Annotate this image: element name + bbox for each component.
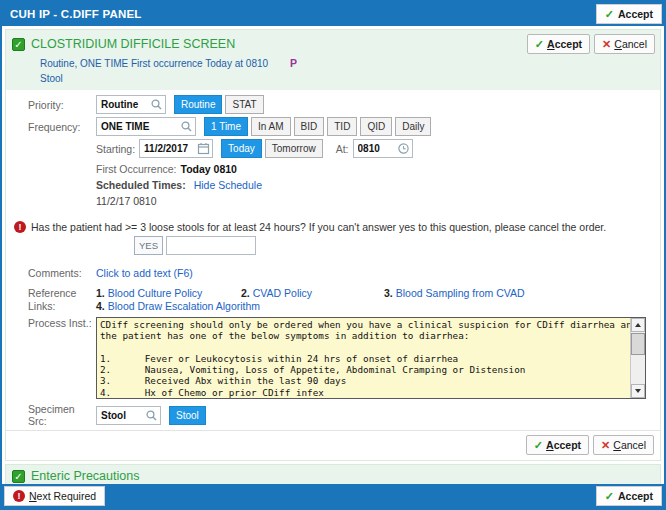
- pharmacy-flag: P: [290, 57, 297, 69]
- order-footer-accept-button[interactable]: ✓ Accept: [526, 435, 589, 455]
- order-accept-button[interactable]: ✓ Accept: [527, 34, 590, 54]
- starting-label: Starting:: [96, 143, 135, 155]
- reference-link-1[interactable]: 1.Blood Culture Policy: [96, 287, 241, 300]
- order-summary-text: Routine, ONE TIME First occurrence Today…: [40, 58, 268, 69]
- starting-option-today[interactable]: Today: [221, 139, 262, 158]
- reference-links-label: Reference Links:: [28, 287, 96, 313]
- schedule-value: 11/2/17 0810: [96, 195, 157, 207]
- priority-input[interactable]: [101, 99, 148, 110]
- reference-link-3[interactable]: 3.Blood Sampling from CVAD: [384, 287, 660, 300]
- reference-link-3-num: 3.: [384, 287, 393, 299]
- frequency-input[interactable]: [101, 121, 178, 132]
- frequency-input-wrap: [96, 117, 196, 136]
- cancel-x-icon: ✕: [602, 38, 611, 51]
- reference-link-4[interactable]: 4.Blood Draw Escalation Algorithm: [96, 300, 260, 313]
- reference-link-2-text[interactable]: CVAD Policy: [253, 287, 312, 299]
- priority-label: Priority:: [28, 99, 96, 111]
- schedule-value-row: 11/2/17 0810: [96, 193, 660, 208]
- warning-mark: !: [18, 491, 21, 501]
- reference-link-1-num: 1.: [96, 287, 105, 299]
- calendar-icon[interactable]: [197, 142, 210, 155]
- reference-link-1-text[interactable]: Blood Culture Policy: [108, 287, 203, 299]
- enteric-title: Enteric Precautions: [31, 469, 654, 483]
- add-comment-link[interactable]: Click to add text (F6): [96, 267, 193, 279]
- titlebar-accept-button[interactable]: ✓ Accept: [596, 4, 662, 24]
- bottombar-accept-button[interactable]: ✓ Accept: [596, 486, 662, 506]
- search-icon[interactable]: [150, 98, 163, 111]
- content-area: ✓ CLOSTRIDIUM DIFFICILE SCREEN ✓ Accept …: [2, 26, 664, 484]
- order-form: Priority: Routine STAT Frequency:: [6, 90, 660, 427]
- window-title: CUH IP - C.DIFF PANEL: [10, 8, 596, 20]
- order-checkbox[interactable]: ✓: [12, 38, 25, 51]
- frequency-option-tid[interactable]: TID: [327, 117, 357, 136]
- specimen-src-input[interactable]: [101, 410, 143, 421]
- bottombar: ! Next Required ✓ Accept: [2, 484, 664, 508]
- titlebar: CUH IP - C.DIFF PANEL ✓ Accept: [2, 2, 664, 26]
- starting-date-wrap: [139, 139, 213, 158]
- comments-label: Comments:: [28, 267, 96, 279]
- cancel-x-icon: ✕: [601, 439, 610, 452]
- next-required-button[interactable]: ! Next Required: [4, 486, 105, 506]
- priority-option-routine[interactable]: Routine: [174, 95, 222, 114]
- required-warning-icon: !: [14, 221, 26, 233]
- required-question-row: ! Has the patient had >= 3 loose stools …: [14, 220, 660, 234]
- hide-schedule-link[interactable]: Hide Schedule: [194, 179, 262, 191]
- reference-link-2-num: 2.: [241, 287, 250, 299]
- accept-check-icon: ✓: [534, 439, 543, 452]
- question-answer-input[interactable]: [166, 236, 256, 255]
- next-required-label: Next Required: [29, 490, 96, 502]
- scroll-up-icon[interactable]: [631, 318, 645, 332]
- search-icon[interactable]: [180, 120, 193, 133]
- cdiff-screen-header: ✓ CLOSTRIDIUM DIFFICILE SCREEN ✓ Accept …: [6, 30, 660, 90]
- titlebar-accept-label: Accept: [618, 8, 653, 20]
- comments-row: Comments: Click to add text (F6): [28, 263, 660, 282]
- specimen-option-stool[interactable]: Stool: [169, 406, 206, 425]
- order-footer-cancel-button[interactable]: ✕ Cancel: [593, 435, 654, 455]
- starting-row: Starting: Today Tomorrow At:: [96, 139, 660, 158]
- order-footer-cancel-label: Cancel: [613, 439, 646, 451]
- order-cancel-button[interactable]: ✕ Cancel: [594, 34, 655, 54]
- starting-date-input[interactable]: [144, 143, 195, 154]
- reference-link-3-text[interactable]: Blood Sampling from CVAD: [396, 287, 525, 299]
- question-text: Has the patient had >= 3 loose stools fo…: [31, 220, 606, 234]
- priority-option-stat[interactable]: STAT: [225, 95, 263, 114]
- clock-icon[interactable]: [397, 142, 410, 155]
- reference-label-line2: Links:: [28, 300, 96, 313]
- scheduled-times-label: Scheduled Times:: [96, 179, 186, 191]
- scroll-down-icon[interactable]: [631, 384, 645, 398]
- order-cancel-label: Cancel: [614, 38, 647, 50]
- search-icon[interactable]: [145, 409, 158, 422]
- process-instructions-row: Process Inst.: CDiff screening should on…: [28, 317, 646, 399]
- at-time-wrap: [353, 139, 413, 158]
- first-occurrence-value: Today 0810: [181, 163, 237, 175]
- frequency-label: Frequency:: [28, 121, 96, 133]
- enteric-precautions-card: ✓ Enteric Precautions ALL persons, inclu…: [5, 464, 661, 484]
- reference-links-row: Reference Links: 1.Blood Culture Policy …: [28, 287, 660, 313]
- order-accept-label: Accept: [547, 38, 582, 50]
- process-inst-textarea[interactable]: CDiff screening should only be ordered w…: [96, 317, 646, 399]
- process-inst-scrollbar[interactable]: [630, 318, 645, 398]
- process-inst-text: CDiff screening should only be ordered w…: [97, 318, 645, 399]
- starting-option-tomorrow[interactable]: Tomorrow: [265, 139, 323, 158]
- frequency-option-in-am[interactable]: In AM: [251, 117, 291, 136]
- frequency-option-qid[interactable]: QID: [360, 117, 392, 136]
- order-footer: ✓ Accept ✕ Cancel: [6, 430, 660, 460]
- reference-label-line1: Reference: [28, 287, 96, 300]
- accept-check-icon: ✓: [535, 38, 544, 51]
- frequency-option-bid[interactable]: BID: [294, 117, 325, 136]
- reference-link-2[interactable]: 2.CVAD Policy: [241, 287, 384, 300]
- order-title: CLOSTRIDIUM DIFFICILE SCREEN: [31, 37, 521, 51]
- reference-link-4-text[interactable]: Blood Draw Escalation Algorithm: [108, 300, 260, 312]
- frequency-option-daily[interactable]: Daily: [395, 117, 431, 136]
- warning-mark: !: [19, 222, 22, 232]
- yes-toggle-button[interactable]: YES: [134, 236, 163, 255]
- order-summary-line2: Stool: [40, 73, 655, 85]
- at-time-input[interactable]: [358, 143, 395, 154]
- enteric-checkbox[interactable]: ✓: [12, 470, 25, 483]
- checkbox-check-icon: ✓: [14, 471, 22, 482]
- scrollbar-thumb[interactable]: [631, 333, 645, 355]
- frequency-option-1-time[interactable]: 1 Time: [204, 117, 248, 136]
- priority-row: Priority: Routine STAT: [28, 95, 660, 114]
- reference-link-4-num: 4.: [96, 300, 105, 312]
- process-inst-label: Process Inst.:: [28, 317, 96, 329]
